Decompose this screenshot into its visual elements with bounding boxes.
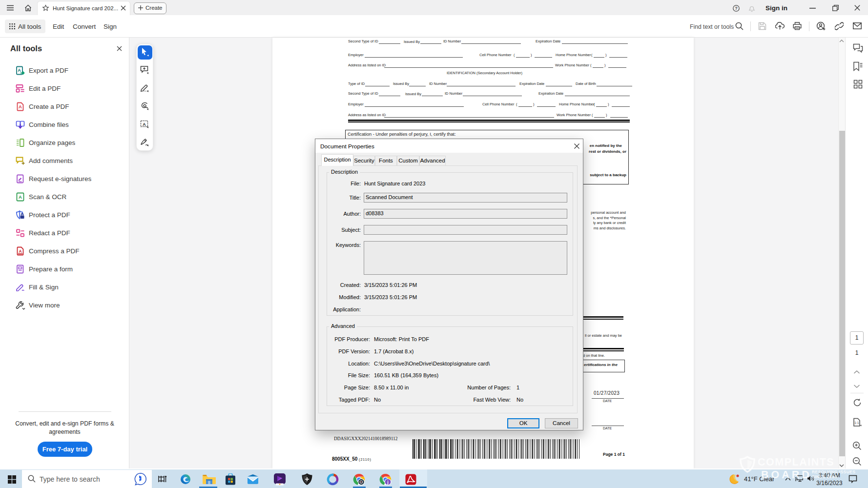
svg-text:SINCE 2004: SINCE 2004: [812, 474, 837, 479]
svg-text:COMPLAINTS: COMPLAINTS: [758, 456, 834, 468]
svg-text:A: A: [18, 68, 21, 73]
svg-text:A: A: [19, 194, 22, 200]
svg-text:A: A: [19, 249, 21, 254]
svg-text:A: A: [19, 104, 22, 109]
svg-text:j: j: [387, 480, 389, 485]
svg-text:BOARD: BOARD: [761, 469, 812, 481]
svg-text:?: ?: [735, 6, 738, 11]
svg-text:1:1: 1:1: [854, 421, 859, 425]
svg-text:RESOLVING ISSUES: RESOLVING ISSUES: [812, 469, 855, 474]
svg-text:A: A: [143, 122, 146, 127]
